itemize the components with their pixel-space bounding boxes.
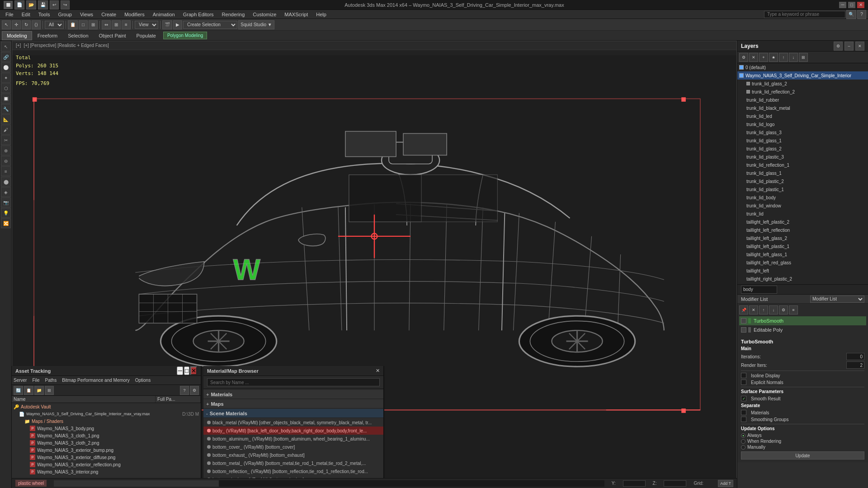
asset-tb-3[interactable]: 📁 [34,386,44,395]
sidebar-icon-14[interactable]: ⬤ [1,177,11,187]
minimize-btn[interactable]: ─ [839,2,846,8]
layers-list[interactable]: 0 (default) Waymo_NAIAS_3_Self_Driving_C… [737,63,868,284]
menu-rendering[interactable]: Rendering [218,11,249,18]
mtl-bottom-reflection[interactable]: bottom_reflection_ (VRayMtl) [bottom_ref… [203,467,383,475]
mtl-bottom-cover[interactable]: bottom_cover_ (VRayMtl) [bottom_cover] [203,443,383,451]
squid-btn[interactable]: Squid Studio ▼ [238,20,274,29]
close-btn[interactable]: ✕ [857,2,864,8]
menu-views[interactable]: Views [76,11,97,18]
layer-trunk-logo[interactable]: trunk_lid_logo [737,120,868,128]
mirror-btn[interactable]: ⇔ [102,20,111,29]
viewport-mode-label[interactable]: [+] [Perspective] [Realistic + Edged Fac… [24,43,108,48]
menu-tools[interactable]: Tools [35,11,54,18]
menu-graph-editors[interactable]: Graph Editors [179,11,217,18]
isoline-check[interactable] [741,373,746,378]
rotate-btn[interactable]: ↻ [22,20,31,29]
mod-down-btn[interactable]: ↓ [769,305,778,314]
sidebar-icon-12[interactable]: ⊖ [1,156,11,166]
layer-trunk-lid[interactable]: trunk_lid [737,210,868,218]
layer-trunk-reflection-1[interactable]: trunk_lid_reflection_1 [737,161,868,169]
layer-trunk-black-metal[interactable]: trunk_lid_black_metal [737,104,868,112]
mtl-black-metal[interactable]: black_metal (VRayMtl) [other_objects_bla… [203,418,383,427]
always-radio[interactable] [741,433,745,438]
modifier-name-input[interactable] [741,286,777,294]
asset-file-main[interactable]: 📄 Waymo_NAIAS_3_Self_Driving_Car_Simple_… [12,410,201,418]
sidebar-icon-8[interactable]: 📐 [1,114,11,124]
layer-trunk-glass-3[interactable]: trunk_lid_glass_3 [737,128,868,136]
layers-minimize-btn[interactable]: – [844,42,854,51]
asset-menu-bitmap[interactable]: Bitmap Performance and Memory [62,378,130,383]
sidebar-icon-9[interactable]: 🖌 [1,125,11,135]
layer-trunk-glass-2[interactable]: trunk_lid_glass_2 [737,80,868,88]
sidebar-icon-16[interactable]: 📷 [1,197,11,207]
asset-folder-maps[interactable]: 📁 Maps / Shaders [12,418,201,425]
layer-trunk-rubber[interactable]: trunk_lid_rubber [737,96,868,104]
modifier-list-dropdown[interactable]: Modifier List [810,296,864,303]
menu-help[interactable]: Help [312,11,330,18]
turbosmooth-check[interactable] [741,318,746,324]
layer-trunk-body[interactable]: trunk_lid_body [737,193,868,202]
asset-minimize-btn[interactable]: ─ [177,366,183,375]
asset-body-png[interactable]: p Waymo_NAIAS_3_body.png [12,425,201,432]
window-controls[interactable]: ─ □ ✕ [839,2,864,8]
render-btn[interactable]: ▶ [173,20,182,29]
sidebar-icon-7[interactable]: 🔧 [1,104,11,114]
layer-trunk-reflection-2[interactable]: trunk_lid_reflection_2 [737,88,868,96]
tab-freeform[interactable]: Freeform [33,31,63,40]
rect-select-btn[interactable]: □ [79,20,88,29]
add-t-btn[interactable]: Add T [718,480,733,487]
editablepoly-check[interactable] [741,327,746,333]
menu-edit[interactable]: Edit [18,11,34,18]
layer-taillight-left-glass-1[interactable]: taillight_left_glass_1 [737,250,868,258]
explicit-normals-check[interactable] [741,380,746,385]
material-tree[interactable]: + Materials + Maps - Scene Materials bla… [203,389,383,488]
layer-item-waymo[interactable]: Waymo_NAIAS_3_Self_Driving_Car_Simple_In… [737,71,868,80]
asset-list[interactable]: 🔑 Autodesk Vault 📄 Waymo_NAIAS_3_Self_Dr… [12,403,201,482]
menu-group[interactable]: Group [54,11,75,18]
move-btn[interactable]: ✛ [12,20,21,29]
tab-modeling[interactable]: Modeling [2,31,32,40]
asset-menu-file[interactable]: File [32,378,39,383]
mtl-bottom-exhaust[interactable]: bottom_exhaust_ (VRayMtl) [bottom_exhaus… [203,451,383,459]
mod-del-btn[interactable]: ✕ [749,305,758,314]
asset-vault[interactable]: 🔑 Autodesk Vault [12,403,201,410]
asset-tb-2[interactable]: 📋 [24,386,33,395]
asset-bump-png[interactable]: p Waymo_NAIAS_3_exterior_bump.png [12,446,201,454]
asset-tb-4[interactable]: ⊞ [45,386,54,395]
layer-taillight-left-glass-2[interactable]: taillight_left_glass_2 [737,234,868,242]
sidebar-icon-1[interactable]: ↖ [1,42,11,52]
asset-help-btn[interactable]: ? [180,386,189,395]
menu-maxscript[interactable]: MAXScript [281,11,311,18]
asset-interior-png[interactable]: p Waymo_NAIAS_3_interior.png [12,468,201,475]
layers-new-btn[interactable]: + [759,53,768,62]
asset-menu-server[interactable]: Server [14,378,27,383]
sidebar-icon-10[interactable]: ✂ [1,135,11,145]
menu-customize[interactable]: Customize [249,11,280,18]
layer-trunk-window[interactable]: trunk_lid_window [737,202,868,210]
sidebar-icon-3[interactable]: ⚪ [1,62,11,72]
update-btn[interactable]: Update [741,451,864,460]
asset-config-btn[interactable]: ⚙ [190,386,199,395]
scale-btn[interactable]: ⟨⟩ [32,20,41,29]
mtl-bottom-metal[interactable]: bottom_metal_ (VRayMtl) [bottom_metal,ti… [203,459,383,467]
layer-item-default[interactable]: 0 (default) [737,63,868,71]
layers-merge-btn[interactable]: ⊞ [799,53,808,62]
layer-trunk-plastic-2[interactable]: trunk_lid_plastic_2 [737,177,868,185]
layers-del-btn[interactable]: ✕ [749,53,758,62]
layer-trunk-glass-1a[interactable]: trunk_lid_glass_1 [737,136,868,145]
sidebar-icon-2[interactable]: 🔗 [1,52,11,62]
layers-close-btn[interactable]: ⚙ [834,42,843,51]
help-btn[interactable]: ? [857,10,866,19]
layers-add-btn[interactable]: ⚙ [739,53,748,62]
array-btn[interactable]: ⊞ [112,20,121,29]
layer-taillight-right-reflection[interactable]: taillight_right_reflection [737,283,868,284]
asset-reflection-png[interactable]: p Waymo_NAIAS_3_exterior_reflection.png [12,461,201,468]
layers-move-btn[interactable]: ↑ [779,53,788,62]
layer-taillight-left-red[interactable]: taillight_left_red_glass [737,258,868,267]
material-close-btn[interactable]: ✕ [376,368,380,374]
select-by-name-btn[interactable]: 📋 [68,20,78,29]
maps-section-header[interactable]: + Maps [203,399,383,408]
asset-cloth1-png[interactable]: p Waymo_NAIAS_3_cloth_1.png [12,432,201,439]
layer-trunk-plastic-3[interactable]: trunk_lid_plastic_3 [737,153,868,161]
layers-close-x-btn[interactable]: ✕ [855,42,864,51]
